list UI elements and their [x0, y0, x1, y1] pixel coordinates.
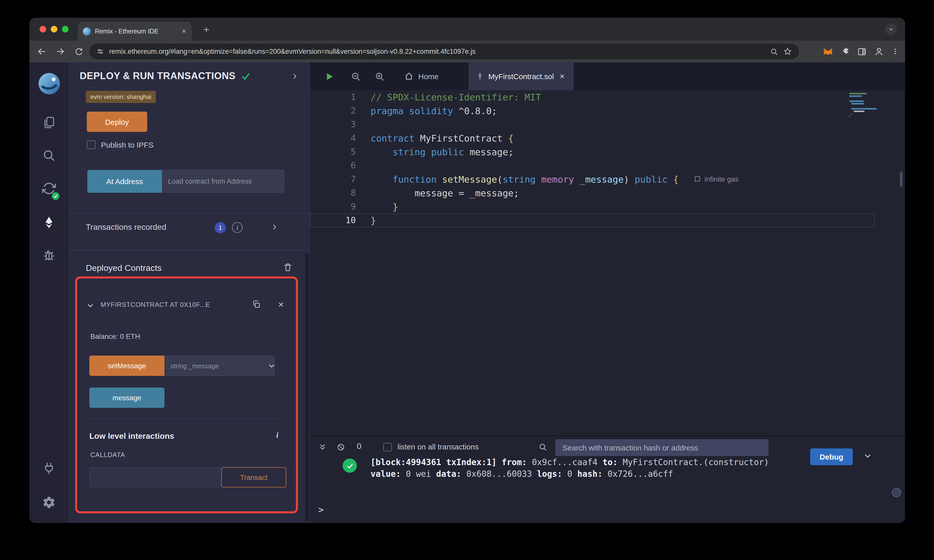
editor-minimap[interactable]: [849, 93, 875, 118]
contract-header-row[interactable]: MYFIRSTCONTRACT AT 0X10F...E: [77, 298, 296, 313]
browser-tab-strip: Remix - Ethereum IDE: [29, 18, 905, 41]
clear-console-icon[interactable]: [336, 443, 345, 451]
line-number: 3: [310, 118, 363, 131]
calldata-input[interactable]: [89, 467, 221, 488]
metamask-icon[interactable]: [823, 47, 833, 56]
expand-log-icon[interactable]: [863, 451, 872, 460]
code-line[interactable]: 6: [310, 159, 875, 172]
set-message-input[interactable]: [165, 355, 274, 376]
browser-toolbar: remix.ethereum.org/#lang=en&optimize=fal…: [29, 41, 905, 62]
code-line[interactable]: 9 }: [310, 200, 875, 214]
collapse-terminal-icon[interactable]: [318, 443, 327, 451]
settings-gear-icon[interactable]: [29, 495, 69, 509]
deployed-contracts-label: Deployed Contracts: [86, 263, 162, 273]
code-editor[interactable]: 1// SPDX-License-Identifier: MIT2pragma …: [310, 90, 905, 435]
code-line[interactable]: 2pragma solidity ^0.8.0;: [310, 104, 875, 118]
remix-icon-rail: [29, 62, 69, 523]
terminal-log-line[interactable]: [block:4994361 txIndex:1] from: 0x9cf...…: [371, 457, 769, 468]
minimap-line: [849, 93, 866, 94]
back-button[interactable]: [34, 43, 50, 60]
browser-tab[interactable]: Remix - Ethereum IDE: [78, 22, 192, 41]
code-line[interactable]: 5 string public message;: [310, 145, 875, 159]
debugger-icon[interactable]: [29, 248, 69, 262]
plugin-manager-icon[interactable]: [29, 462, 69, 475]
search-icon[interactable]: [29, 149, 69, 162]
run-script-icon[interactable]: [322, 69, 336, 84]
close-window-button[interactable]: [40, 26, 46, 32]
at-address-button[interactable]: At Address: [87, 170, 162, 193]
forward-button[interactable]: [52, 43, 69, 60]
message-getter-button[interactable]: message: [89, 388, 165, 408]
listen-transactions-checkbox[interactable]: [383, 443, 392, 451]
code-text: string public message;: [371, 145, 514, 159]
code-line[interactable]: 7 function setMessage(string memory _mes…: [310, 172, 875, 186]
solidity-compiler-icon[interactable]: [29, 182, 69, 195]
remix-logo[interactable]: [29, 72, 69, 95]
tab-myfirstcontract[interactable]: MyFirstContract.sol: [469, 62, 573, 90]
listen-transactions-label: listen on all transactions: [398, 442, 479, 451]
reload-button[interactable]: [70, 43, 87, 60]
code-text: }: [371, 200, 398, 214]
editor-tab-bar: Home MyFirstContract.sol: [310, 62, 905, 90]
set-message-button[interactable]: setMessage: [89, 355, 165, 376]
expand-transactions-icon[interactable]: [271, 223, 278, 231]
transactions-recorded-label: Transactions recorded: [86, 223, 166, 232]
divider: [89, 418, 282, 419]
window-controls: [40, 26, 69, 32]
deploy-run-icon[interactable]: [29, 215, 69, 229]
trash-icon[interactable]: [283, 262, 293, 272]
transaction-log[interactable]: [block:4994361 txIndex:1] from: 0x9cf...…: [371, 457, 769, 480]
side-panel-icon[interactable]: [857, 47, 866, 56]
bookmark-star-icon[interactable]: [783, 47, 792, 56]
zoom-in-icon[interactable]: [373, 69, 387, 84]
transactions-info-icon[interactable]: i: [232, 222, 243, 233]
code-line[interactable]: 4contract MyFirstContract {: [310, 131, 875, 145]
profile-avatar-icon[interactable]: [874, 47, 884, 56]
panel-scrollbar[interactable]: [305, 253, 309, 522]
minimap-line: [852, 103, 864, 105]
tab-search-button[interactable]: [885, 23, 897, 35]
expand-args-icon[interactable]: [268, 362, 276, 370]
menu-kebab-icon[interactable]: [891, 47, 899, 56]
close-tab-icon[interactable]: [181, 28, 187, 34]
zoom-window-button[interactable]: [62, 26, 69, 32]
contract-balance: Balance: 0 ETH: [90, 332, 140, 340]
transactions-count-badge: 1: [215, 222, 226, 233]
copy-address-icon[interactable]: [252, 300, 261, 309]
code-line[interactable]: 3: [310, 118, 875, 131]
expand-panel-icon[interactable]: [291, 72, 299, 80]
editor-scrollbar[interactable]: [900, 171, 903, 187]
line-number: 1: [310, 90, 363, 104]
terminal-prompt[interactable]: >: [318, 504, 324, 515]
new-tab-button[interactable]: [200, 23, 212, 35]
close-file-tab-icon[interactable]: [559, 73, 566, 80]
remove-contract-icon[interactable]: [277, 301, 285, 308]
transact-button[interactable]: Transact: [221, 467, 286, 488]
minimize-window-button[interactable]: [51, 26, 57, 32]
zoom-page-icon[interactable]: [770, 48, 778, 55]
deploy-button[interactable]: Deploy: [87, 112, 147, 132]
low-level-info-icon[interactable]: i: [276, 431, 278, 440]
site-settings-icon[interactable]: [96, 48, 104, 55]
divider: [69, 213, 310, 214]
debug-button[interactable]: Debug: [810, 448, 853, 465]
line-number: 7: [310, 172, 363, 186]
tab-home[interactable]: Home: [396, 62, 447, 90]
editor-area: Home MyFirstContract.sol 1// SPDX-Licens…: [310, 62, 905, 523]
url-text[interactable]: remix.ethereum.org/#lang=en&optimize=fal…: [109, 48, 765, 55]
zoom-out-icon[interactable]: [349, 69, 363, 84]
calldata-row: Transact: [89, 467, 221, 488]
terminal-search-input[interactable]: [555, 439, 769, 456]
address-bar[interactable]: remix.ethereum.org/#lang=en&optimize=fal…: [89, 44, 799, 59]
code-text: }: [371, 214, 376, 227]
code-line[interactable]: 1// SPDX-License-Identifier: MIT: [310, 90, 875, 104]
code-line[interactable]: 10}: [310, 214, 875, 227]
code-line[interactable]: 8 message = _message;: [310, 186, 875, 200]
collapse-contract-icon[interactable]: [86, 301, 94, 309]
publish-ipfs-checkbox[interactable]: [87, 140, 96, 149]
terminal-log-line[interactable]: value: 0 wei data: 0x608...60033 logs: 0…: [371, 468, 769, 480]
file-explorer-icon[interactable]: [29, 115, 69, 129]
at-address-input[interactable]: [162, 170, 284, 193]
extensions-puzzle-icon[interactable]: [841, 47, 850, 56]
scroll-indicator[interactable]: [892, 488, 901, 497]
